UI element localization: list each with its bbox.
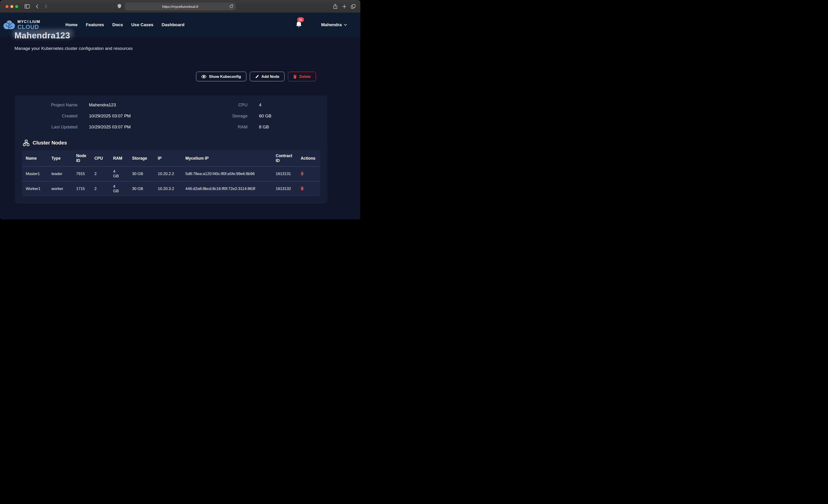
col-node-id: Node ID (72, 150, 90, 167)
pencil-icon (255, 75, 259, 79)
back-icon[interactable] (34, 3, 40, 10)
col-contract-id: Contract ID (272, 150, 297, 167)
storage-label: Storage (188, 114, 259, 119)
address-bar[interactable]: https://myceliumcloud.tf (125, 3, 236, 10)
user-menu[interactable]: Mahendra (321, 22, 347, 27)
nav-dashboard[interactable]: Dashboard (162, 22, 184, 27)
minimize-window-button[interactable] (10, 5, 13, 8)
node-ip: 10.20.3.2 (154, 181, 182, 197)
last-updated-label: Last Updated (29, 125, 89, 130)
node-storage: 30 GB (128, 167, 154, 181)
project-name-value: Mahendra123 (89, 102, 188, 108)
main-nav: Home Features Docs Use Cases Dashboard (66, 22, 184, 27)
reload-icon[interactable] (230, 4, 233, 8)
node-type: leader (48, 167, 73, 181)
node-ram: 4 GB (110, 181, 128, 197)
created-value: 10/29/2025 03:07 PM (89, 114, 188, 119)
node-mycelium-ip: 446:d2a6:8bcd:8c16:ff0f:72e2:3114:863f (182, 181, 272, 197)
share-icon[interactable] (332, 3, 339, 10)
brand-logo[interactable]: MYCELIUM CLOUD (3, 20, 40, 30)
delete-cluster-button[interactable]: Delete (288, 72, 316, 81)
cpu-label: CPU (188, 102, 259, 108)
cpu-value: 4 (259, 102, 318, 108)
nav-home[interactable]: Home (66, 22, 78, 27)
ram-value: 8 GB (259, 125, 318, 130)
node-id: 7915 (72, 167, 90, 181)
node-cpu: 2 (91, 167, 110, 181)
zoom-window-button[interactable] (15, 5, 18, 8)
nav-use-cases[interactable]: Use Cases (131, 22, 153, 27)
notifications-button[interactable]: 11 (296, 21, 303, 29)
sidebar-toggle-icon[interactable] (24, 3, 31, 10)
trash-icon (301, 186, 304, 190)
node-id: 1715 (72, 181, 90, 197)
node-name: Worker1 (22, 181, 48, 197)
cluster-nodes-title: Cluster Nodes (33, 140, 67, 146)
cluster-info-grid: Project Name Mahendra123 CPU 4 Created 1… (15, 95, 328, 130)
table-header-row: Name Type Node ID CPU RAM Storage IP Myc… (22, 150, 320, 167)
brand-name: MYCELIUM CLOUD (17, 20, 40, 30)
created-label: Created (29, 114, 89, 119)
ram-label: RAM (188, 125, 259, 130)
table-row: Master1 leader 7915 2 4 GB 30 GB 10.20.2… (22, 167, 320, 181)
eye-icon (201, 75, 206, 78)
url-text: https://myceliumcloud.tf (162, 5, 198, 8)
cluster-page: Mahendra123 Manage your Kubernetes clust… (0, 37, 360, 219)
node-cpu: 2 (91, 181, 110, 197)
new-tab-icon[interactable] (341, 3, 348, 10)
node-storage: 30 GB (128, 181, 154, 197)
col-storage: Storage (128, 150, 154, 167)
delete-node-button[interactable] (301, 172, 304, 175)
cluster-actions: Show Kubeconfig Add Node Delete (196, 72, 316, 81)
delete-node-button[interactable] (301, 186, 304, 190)
user-name: Mahendra (321, 22, 342, 27)
node-contract-id: 1613132 (272, 181, 297, 197)
add-node-button[interactable]: Add Node (250, 72, 285, 81)
node-name: Master1 (22, 167, 48, 181)
page-subtitle: Manage your Kubernetes cluster configura… (14, 46, 133, 51)
browser-toolbar: https://myceliumcloud.tf (0, 0, 360, 13)
node-type: worker (48, 181, 73, 197)
col-type: Type (48, 150, 73, 167)
nav-docs[interactable]: Docs (112, 22, 123, 27)
close-window-button[interactable] (5, 5, 8, 8)
forward-icon[interactable] (42, 3, 49, 10)
node-actions (297, 167, 320, 181)
storage-value: 60 GB (259, 114, 318, 119)
project-name-label: Project Name (29, 102, 89, 108)
cluster-nodes-heading: Cluster Nodes (23, 140, 328, 146)
trash-icon (301, 172, 304, 175)
col-mycelium-ip: Mycelium IP (182, 150, 272, 167)
col-actions: Actions (297, 150, 320, 167)
tab-overview-icon[interactable] (350, 3, 357, 10)
chevron-down-icon (344, 24, 347, 26)
node-contract-id: 1613131 (272, 167, 297, 181)
node-mycelium-ip: 5d8:78ea:a120:f40c:ff0f:a5fe:99e6:8b96 (182, 167, 272, 181)
blur-redaction (13, 30, 73, 38)
network-nodes-icon (23, 140, 30, 146)
table-row: Worker1 worker 1715 2 4 GB 30 GB 10.20.3… (22, 181, 320, 197)
cluster-nodes-table: Name Type Node ID CPU RAM Storage IP Myc… (22, 150, 320, 196)
col-name: Name (22, 150, 48, 167)
col-ip: IP (154, 150, 182, 167)
notification-badge: 11 (297, 17, 304, 22)
cloud-tree-logo-icon (3, 20, 15, 30)
node-actions (297, 181, 320, 197)
show-kubeconfig-button[interactable]: Show Kubeconfig (196, 72, 246, 81)
privacy-shield-icon[interactable] (118, 4, 121, 8)
node-ip: 10.20.2.2 (154, 167, 182, 181)
nav-features[interactable]: Features (86, 22, 104, 27)
node-ram: 4 GB (110, 167, 128, 181)
col-cpu: CPU (91, 150, 110, 167)
browser-window: https://myceliumcloud.tf (0, 0, 360, 219)
last-updated-value: 10/29/2025 03:07 PM (89, 125, 188, 130)
cluster-details-card: Project Name Mahendra123 CPU 4 Created 1… (15, 95, 328, 204)
trash-icon (293, 75, 297, 79)
col-ram: RAM (110, 150, 128, 167)
